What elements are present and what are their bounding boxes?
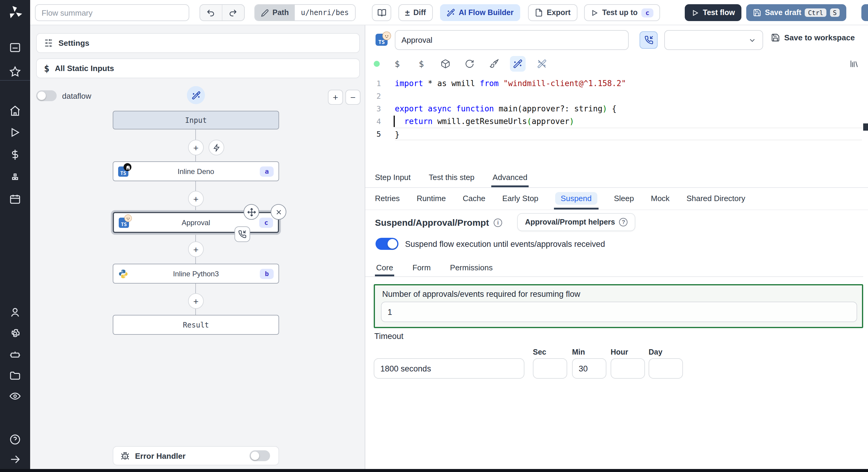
timeout-min-input[interactable] <box>572 358 607 379</box>
variable-picker-button[interactable]: $ <box>390 56 405 72</box>
sidebar-item-resources[interactable] <box>0 167 30 187</box>
sidebar-item-runs[interactable] <box>0 122 30 143</box>
suspend-toggle-row: Suspend flow execution until events/appr… <box>375 238 605 250</box>
save-to-workspace-button[interactable]: Save to workspace <box>771 33 855 42</box>
sidebar-item-users[interactable] <box>0 302 30 323</box>
delete-step-button[interactable] <box>271 204 286 220</box>
editor-scrollbar-thumb[interactable] <box>863 124 868 131</box>
path-button[interactable]: Path u/henri/bes <box>254 4 355 21</box>
export-button[interactable]: Export <box>528 4 577 21</box>
section-title: Suspend/Approval/Prompt <box>375 217 489 228</box>
sidebar-item-help[interactable] <box>0 429 30 450</box>
flow-node-inline-python3[interactable]: Inline Python3 b <box>113 264 279 283</box>
redo-button[interactable] <box>222 5 244 21</box>
insert-trigger-button[interactable] <box>209 140 224 155</box>
unit-label-sec: Sec <box>533 348 547 357</box>
suspend-step-indicator-button[interactable] <box>640 31 658 49</box>
sliders-icon <box>44 38 53 47</box>
chevron-down-icon <box>748 36 756 44</box>
flow-summary-input[interactable] <box>35 4 189 21</box>
sidebar-item-home[interactable] <box>0 101 30 121</box>
undo-button[interactable] <box>200 5 222 21</box>
info-icon[interactable]: i <box>494 218 502 227</box>
subtab-mock[interactable]: Mock <box>650 189 671 209</box>
sidebar-item-favorites[interactable] <box>0 61 30 82</box>
save-draft-button[interactable]: Save draft Ctrl S <box>746 4 846 21</box>
sidebar-item-audit-logs[interactable] <box>0 386 30 406</box>
error-handler-row[interactable]: Error Handler <box>113 446 279 465</box>
library-button[interactable] <box>846 56 862 72</box>
insert-step-button[interactable]: + <box>188 241 204 257</box>
dataflow-toggle-row: dataflow <box>36 90 91 101</box>
approval-prompt-helpers-button[interactable]: Approval/Prompt helpers ? <box>517 213 636 231</box>
sidebar-item-settings[interactable] <box>0 323 30 344</box>
path-value: u/henri/bes <box>295 5 355 21</box>
sidebar-item-schedules[interactable] <box>0 189 30 209</box>
subtab-runtime[interactable]: Runtime <box>415 189 447 209</box>
ai-assistant-button[interactable] <box>510 56 526 72</box>
zoom-in-button[interactable]: + <box>328 90 343 105</box>
windmill-logo[interactable] <box>0 0 30 25</box>
plus-icon: + <box>193 244 198 255</box>
sidebar-expand-arrow[interactable] <box>0 449 30 470</box>
tab-form[interactable]: Form <box>411 260 432 276</box>
move-icon <box>247 207 256 216</box>
tab-permissions[interactable]: Permissions <box>449 260 494 276</box>
code-editor[interactable]: 12345 import * as wmill from "windmill-c… <box>365 73 868 167</box>
insert-step-button[interactable]: + <box>188 140 204 155</box>
phone-incoming-icon <box>644 36 653 44</box>
ai-disabled-button[interactable] <box>534 56 550 72</box>
subtab-suspend[interactable]: Suspend <box>554 189 598 209</box>
test-flow-button[interactable]: Test flow <box>685 4 742 21</box>
timeout-sec-input[interactable] <box>533 358 567 379</box>
tab-core[interactable]: Core <box>375 260 394 276</box>
plus-icon: + <box>333 92 338 102</box>
reset-button[interactable] <box>462 56 477 72</box>
diff-button[interactable]: ± Diff <box>398 4 433 21</box>
sidebar-item-folders[interactable] <box>0 365 30 386</box>
sidebar-item-workers[interactable] <box>0 344 30 365</box>
step-title-input[interactable] <box>395 30 629 50</box>
tab-test-this-step[interactable]: Test this step <box>428 169 476 187</box>
subtab-cache[interactable]: Cache <box>461 189 487 209</box>
approvals-required-input[interactable] <box>381 302 857 322</box>
ai-flow-builder-button[interactable]: AI Flow Builder <box>440 4 520 21</box>
docs-button[interactable] <box>372 4 391 21</box>
sidebar-item-apps[interactable] <box>0 37 30 58</box>
move-step-button[interactable] <box>244 204 259 220</box>
test-up-to-button[interactable]: Test up to c <box>584 4 660 21</box>
insert-step-button[interactable]: + <box>188 293 204 309</box>
timeout-day-input[interactable] <box>649 358 683 379</box>
sidebar-item-variables[interactable] <box>0 144 30 165</box>
flow-node-inline-deno[interactable]: TS Inline Deno a <box>113 161 279 181</box>
suspend-toggle[interactable] <box>375 238 398 250</box>
script-version-dropdown[interactable] <box>664 30 763 50</box>
all-static-inputs-button[interactable]: $ All Static Inputs <box>36 58 360 78</box>
plus-icon: + <box>193 296 198 306</box>
zoom-out-button[interactable]: − <box>345 90 361 105</box>
deploy-button-partial[interactable] <box>861 4 868 21</box>
flow-node-input[interactable]: Input <box>113 111 279 129</box>
timeout-input[interactable] <box>374 358 524 379</box>
package-button[interactable] <box>438 56 453 72</box>
suspend-config-tabs: Core Form Permissions <box>365 260 863 277</box>
step-detail-panel: TS Save to workspace $ $ 12 <box>365 25 868 470</box>
tab-step-input[interactable]: Step Input <box>374 169 412 187</box>
graph-ai-button[interactable] <box>187 86 205 104</box>
subtab-shared-directory[interactable]: Shared Directory <box>685 189 747 209</box>
format-button[interactable] <box>486 56 501 72</box>
unit-label-day: Day <box>649 348 662 357</box>
lsp-status-dot <box>374 61 380 67</box>
timeout-hour-input[interactable] <box>611 358 645 379</box>
flow-settings-button[interactable]: Settings <box>36 33 360 53</box>
insert-step-button[interactable]: + <box>188 191 204 206</box>
phone-incoming-icon <box>238 230 247 238</box>
subtab-retries[interactable]: Retries <box>374 189 401 209</box>
subtab-sleep[interactable]: Sleep <box>613 189 635 209</box>
error-handler-toggle[interactable] <box>250 450 270 461</box>
resource-picker-button[interactable]: $ <box>413 56 429 72</box>
tab-advanced[interactable]: Advanced <box>491 169 529 187</box>
dataflow-toggle[interactable] <box>36 90 57 101</box>
flow-node-result[interactable]: Result <box>113 315 279 335</box>
subtab-early-stop[interactable]: Early Stop <box>501 189 539 209</box>
